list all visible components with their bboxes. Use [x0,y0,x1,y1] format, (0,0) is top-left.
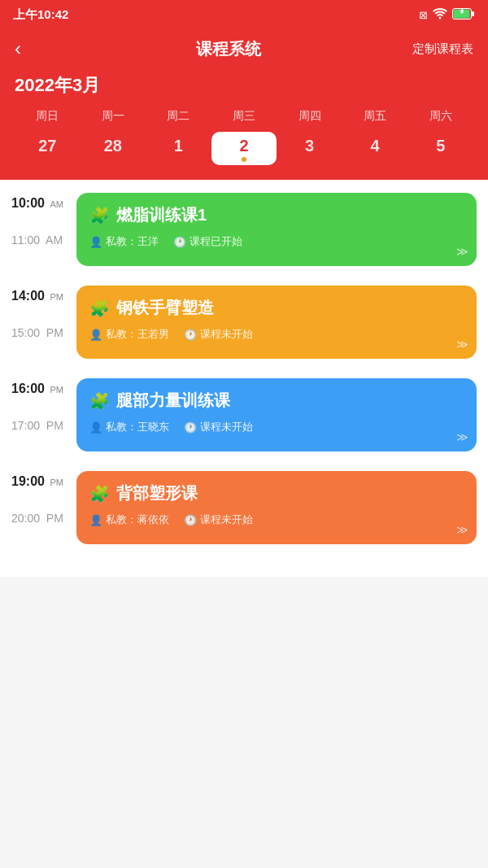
course-title-1: 🧩 燃脂训练课1 [89,204,464,226]
course-card-2[interactable]: 🧩 钢铁手臂塑造 👤 私教：王若男 🕐 课程未开始 ≫ [76,286,477,359]
course-meta-1: 👤 私教：王洋 🕐 课程已开始 [89,234,464,249]
time-end-2: 15:00 PM [11,326,76,339]
status-text-1: 课程已开始 [190,234,242,249]
weekday-sun: 周日 [15,109,81,124]
course-title-3: 🧩 腿部力量训练课 [89,390,464,412]
puzzle-icon-3: 🧩 [89,391,110,411]
expand-icon-3[interactable]: ≫ [456,430,468,443]
course-name-4: 背部塑形课 [116,482,198,504]
course-title-4: 🧩 背部塑形课 [89,482,464,504]
expand-icon-2[interactable]: ≫ [456,338,468,351]
trainer-meta-1: 👤 私教：王洋 [89,234,159,249]
time-start-4: 19:00 PM [11,474,76,489]
status-meta-3: 🕐 课程未开始 [184,420,253,434]
course-name-1: 燃脂训练课1 [116,204,207,226]
time-start-1: 10:00 AM [11,196,76,211]
date-4[interactable]: 4 [342,132,408,165]
course-meta-3: 👤 私教：王晓东 🕐 课程未开始 [89,420,464,434]
calendar-section: 2022年3月 周日 周一 周二 周三 周四 周五 周六 27 28 1 2 3… [0,70,488,180]
battery-icon [452,8,475,22]
time-column-1: 10:00 AM 11:00 AM [11,193,76,266]
selected-dot [242,157,246,162]
time-start-2: 14:00 PM [11,289,76,303]
calendar-month: 2022年3月 [15,73,473,98]
person-icon-2: 👤 [89,329,102,341]
status-meta-1: 🕐 课程已开始 [173,234,242,249]
date-5[interactable]: 5 [407,132,473,165]
status-text-2: 课程未开始 [200,327,253,342]
course-card-4[interactable]: 🧩 背部塑形课 👤 私教：蒋依依 🕐 课程未开始 ≫ [76,471,477,544]
back-button[interactable]: ‹ [15,37,44,60]
course-meta-4: 👤 私教：蒋依依 🕐 课程未开始 [89,513,464,527]
puzzle-icon-1: 🧩 [89,206,110,225]
weekday-tue: 周二 [146,109,211,124]
weekday-fri: 周五 [342,109,408,124]
course-card-1[interactable]: 🧩 燃脂训练课1 👤 私教：王洋 🕐 课程已开始 ≫ [76,193,477,266]
date-1[interactable]: 1 [146,132,211,165]
time-column-2: 14:00 PM 15:00 PM [11,286,76,359]
clock-icon-2: 🕐 [184,329,197,341]
trainer-name-1: 私教：王洋 [106,234,159,249]
trainer-name-3: 私教：王晓东 [106,420,169,434]
clock-icon-4: 🕐 [184,514,197,526]
date-3[interactable]: 3 [277,132,342,165]
time-column-4: 19:00 PM 20:00 PM [11,471,76,544]
weekday-mon: 周一 [81,109,146,124]
status-bar: 上午10:42 ⊠ [0,0,488,29]
time-start-3: 16:00 PM [11,382,76,396]
status-time: 上午10:42 [13,7,68,23]
person-icon-3: 👤 [89,421,102,434]
puzzle-icon-4: 🧩 [89,484,110,504]
wifi-icon [433,8,447,22]
status-text-3: 课程未开始 [200,420,253,434]
clock-icon-1: 🕐 [173,236,186,248]
customize-schedule-button[interactable]: 定制课程表 [412,41,473,57]
page-title: 课程系统 [196,38,261,60]
person-icon-4: 👤 [89,514,102,526]
course-name-3: 腿部力量训练课 [116,390,230,412]
time-end-1: 11:00 AM [11,233,76,246]
schedule-item-1: 10:00 AM 11:00 AM 🧩 燃脂训练课1 👤 私教：王洋 🕐 课程已… [11,193,477,266]
time-end-4: 20:00 PM [11,512,76,525]
person-icon-1: 👤 [89,236,102,248]
puzzle-icon-2: 🧩 [89,299,110,318]
weekday-wed: 周三 [211,109,277,124]
expand-icon-4[interactable]: ≫ [456,523,468,536]
weekday-thu: 周四 [277,109,342,124]
time-column-3: 16:00 PM 17:00 PM [11,378,76,451]
app-header: ‹ 课程系统 定制课程表 [0,29,488,70]
weekday-sat: 周六 [407,109,473,124]
trainer-meta-4: 👤 私教：蒋依依 [89,513,169,527]
schedule-item-4: 19:00 PM 20:00 PM 🧩 背部塑形课 👤 私教：蒋依依 🕐 课程未… [11,471,477,544]
trainer-name-4: 私教：蒋依依 [106,513,169,527]
status-text-4: 课程未开始 [200,513,253,527]
course-meta-2: 👤 私教：王若男 🕐 课程未开始 [89,327,464,342]
date-28[interactable]: 28 [81,132,146,165]
schedule-content: 10:00 AM 11:00 AM 🧩 燃脂训练课1 👤 私教：王洋 🕐 课程已… [0,180,488,577]
signal-icon: ⊠ [419,9,428,21]
trainer-name-2: 私教：王若男 [106,327,169,342]
date-27[interactable]: 27 [15,132,81,165]
schedule-item-2: 14:00 PM 15:00 PM 🧩 钢铁手臂塑造 👤 私教：王若男 🕐 课程… [11,286,477,359]
date-2-selected[interactable]: 2 [211,132,277,165]
course-title-2: 🧩 钢铁手臂塑造 [89,297,464,319]
schedule-item-3: 16:00 PM 17:00 PM 🧩 腿部力量训练课 👤 私教：王晓东 🕐 课… [11,378,477,451]
clock-icon-3: 🕐 [184,421,197,434]
trainer-meta-3: 👤 私教：王晓东 [89,420,169,434]
svg-rect-2 [472,11,474,16]
course-name-2: 钢铁手臂塑造 [116,297,214,319]
trainer-meta-2: 👤 私教：王若男 [89,327,169,342]
weekday-row: 周日 周一 周二 周三 周四 周五 周六 [15,109,473,124]
course-card-3[interactable]: 🧩 腿部力量训练课 👤 私教：王晓东 🕐 课程未开始 ≫ [76,378,477,451]
time-end-3: 17:00 PM [11,419,76,432]
status-meta-2: 🕐 课程未开始 [184,327,253,342]
status-icons: ⊠ [419,8,475,22]
date-row: 27 28 1 2 3 4 5 [15,132,473,165]
expand-icon-1[interactable]: ≫ [456,245,468,258]
status-meta-4: 🕐 课程未开始 [184,513,253,527]
